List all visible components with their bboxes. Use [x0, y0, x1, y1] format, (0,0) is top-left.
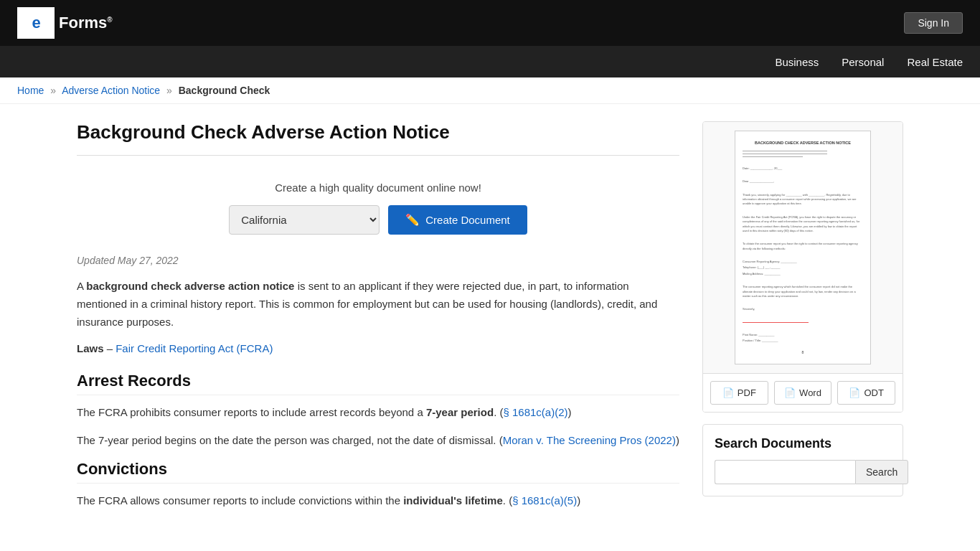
content-area: Background Check Adverse Action Notice C…	[77, 121, 679, 520]
doc-page-num: 8	[743, 349, 863, 355]
create-doc-btn-label: Create Document	[425, 214, 510, 226]
doc-preview-inner: BACKGROUND CHECK ADVERSE ACTION NOTICE D…	[735, 131, 871, 364]
logo[interactable]: e Forms®	[17, 7, 113, 39]
doc-text-position: Position / Title: __________	[743, 339, 863, 343]
doc-line-2	[743, 154, 827, 154]
pdf-label: PDF	[738, 387, 756, 398]
create-doc-button[interactable]: ✏️ Create Document	[388, 205, 527, 235]
arrest-records-paragraph-2: The 7-year period begins on the date the…	[77, 432, 679, 450]
laws-dash: –	[107, 342, 116, 354]
doc-text-agency: Consumer Reporting Agency: __________	[743, 260, 863, 264]
arrest-records-bold-1: 7-year period	[426, 406, 494, 418]
breadcrumb-sep1: »	[50, 85, 56, 96]
intro-paragraph: A background check adverse action notice…	[77, 278, 679, 331]
search-docs-input-row: Search	[715, 460, 891, 484]
breadcrumb: Home » Adverse Action Notice » Backgroun…	[0, 77, 980, 104]
arrest-records-paragraph-1: The FCRA prohibits consumer reports to i…	[77, 404, 679, 422]
laws-label: Laws	[77, 342, 104, 354]
convictions-bold-1: individual's lifetime	[403, 494, 503, 507]
odt-icon: 📄	[849, 387, 860, 398]
doc-line-3	[743, 156, 803, 157]
nav-real-estate[interactable]: Real Estate	[907, 56, 963, 68]
breadcrumb-sep2: »	[166, 85, 172, 96]
doc-line-1	[743, 151, 827, 151]
create-doc-section: Create a high quality document online no…	[77, 167, 679, 255]
pdf-icon: 📄	[722, 387, 734, 398]
breadcrumb-home[interactable]: Home	[17, 85, 44, 96]
laws-line: Laws – Fair Credit Reporting Act (FCRA)	[77, 342, 679, 354]
doc-text-dear: Dear _______________,	[743, 179, 863, 184]
section-heading-arrest-records: Arrest Records	[77, 372, 679, 395]
word-button[interactable]: 📄 Word	[774, 381, 832, 405]
create-doc-prompt: Create a high quality document online no…	[77, 182, 679, 194]
section-heading-convictions: Convictions	[77, 460, 679, 484]
doc-sig-line	[743, 322, 809, 323]
search-docs-input[interactable]	[715, 460, 855, 484]
doc-text-print-name: Print Name: __________	[743, 333, 863, 337]
intro-bold: background check adverse action notice	[86, 280, 294, 292]
doc-text-sincerely: Sincerely,	[743, 307, 863, 311]
breadcrumb-adverse-action[interactable]: Adverse Action Notice	[62, 85, 160, 96]
intro-text-before: A	[77, 280, 86, 292]
arrest-records-link-2[interactable]: Moran v. The Screening Pros (2022)	[503, 434, 676, 446]
doc-preview-card: BACKGROUND CHECK ADVERSE ACTION NOTICE D…	[702, 121, 903, 413]
doc-text-body-4: The consumer reporting agency which furn…	[743, 285, 863, 298]
arrest-records-link-1[interactable]: § 1681c(a)(2)	[503, 406, 567, 418]
convictions-link-1[interactable]: § 1681c(a)(5)	[512, 494, 577, 507]
doc-text-date: Date: ______________, 20___	[743, 166, 863, 171]
doc-action-buttons: 📄 PDF 📄 Word 📄 ODT	[703, 374, 903, 412]
breadcrumb-current: Background Check	[179, 85, 270, 96]
search-docs-section: Search Documents Search	[702, 424, 903, 496]
laws-link[interactable]: Fair Credit Reporting Act (FCRA)	[116, 342, 273, 354]
odt-button[interactable]: 📄 ODT	[837, 381, 895, 405]
odt-label: ODT	[864, 387, 883, 398]
search-docs-button[interactable]: Search	[855, 460, 908, 484]
convictions-paragraph-1: The FCRA allows consumer reports to incl…	[77, 492, 679, 510]
pdf-button[interactable]: 📄 PDF	[710, 381, 768, 405]
doc-text-telephone: Telephone: (___) ___-______	[743, 265, 863, 270]
doc-text-body-1: Thank you, sincerely, applying for _____…	[743, 193, 863, 207]
logo-forms-text: Forms	[59, 14, 107, 32]
search-docs-title: Search Documents	[715, 436, 891, 451]
nav-personal[interactable]: Personal	[842, 56, 884, 68]
doc-preview-title: BACKGROUND CHECK ADVERSE ACTION NOTICE	[743, 140, 863, 146]
doc-text-body-2: Under the Fair Credit Reporting Act (FCR…	[743, 215, 863, 234]
nav-bar: Business Personal Real Estate	[0, 46, 980, 77]
doc-text-body-3: To obtain the consumer report you have t…	[743, 242, 863, 251]
create-doc-controls: California Alabama Alaska Arizona Arkans…	[77, 205, 679, 235]
logo-text: Forms®	[59, 14, 113, 32]
updated-date: Updated May 27, 2022	[77, 255, 679, 266]
doc-preview-image: BACKGROUND CHECK ADVERSE ACTION NOTICE D…	[703, 122, 903, 374]
logo-trademark: ®	[107, 16, 112, 24]
top-bar: e Forms® Sign In	[0, 0, 980, 46]
sign-in-button[interactable]: Sign In	[904, 12, 963, 34]
nav-business[interactable]: Business	[775, 56, 819, 68]
main-layout: Background Check Adverse Action Notice C…	[60, 104, 920, 537]
word-icon: 📄	[784, 387, 796, 398]
page-title: Background Check Adverse Action Notice	[77, 121, 679, 156]
logo-box: e	[17, 7, 55, 39]
word-label: Word	[799, 387, 821, 398]
state-select[interactable]: California Alabama Alaska Arizona Arkans…	[229, 205, 380, 235]
logo-e-letter: e	[32, 14, 39, 32]
doc-text-address: Mailing Address: __________	[743, 272, 863, 276]
sidebar: BACKGROUND CHECK ADVERSE ACTION NOTICE D…	[702, 121, 903, 520]
pencil-icon: ✏️	[405, 213, 420, 227]
